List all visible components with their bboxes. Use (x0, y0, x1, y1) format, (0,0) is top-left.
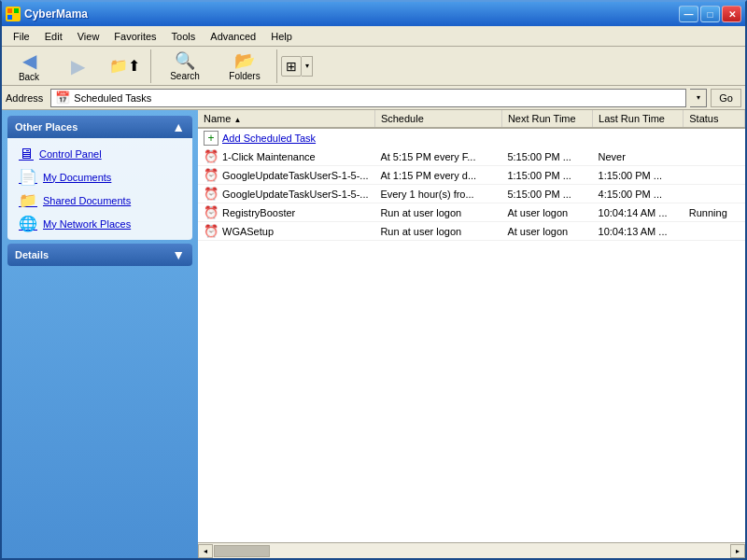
address-dropdown[interactable]: ▾ (690, 89, 707, 107)
hscroll-left-arrow[interactable]: ◂ (198, 544, 213, 558)
go-button[interactable]: Go (711, 89, 741, 107)
my-documents-icon: 📄 (19, 168, 37, 186)
address-folder-icon: 📅 (55, 91, 70, 105)
filelist-table: Name ▲ Schedule Next Run Time Last Run T… (198, 110, 745, 241)
col-header-name[interactable]: Name ▲ (198, 110, 374, 128)
content-area: Other Places ▲ 🖥 Control Panel 📄 My Docu… (2, 110, 745, 558)
hscroll-thumb[interactable] (214, 545, 270, 557)
row-status-2 (684, 185, 745, 203)
row-schedule-1: At 1:15 PM every d... (374, 166, 501, 185)
address-input-wrap: 📅 Scheduled Tasks (50, 89, 686, 107)
menubar: File Edit View Favorites Tools Advanced … (2, 26, 745, 47)
row-last-4: 10:04:13 AM ... (593, 222, 684, 241)
col-header-last[interactable]: Last Run Time (593, 110, 684, 128)
row-schedule-4: Run at user logon (374, 222, 501, 241)
window-icon (6, 7, 21, 21)
row-next-1: 1:15:00 PM ... (501, 166, 592, 185)
control-panel-icon: 🖥 (19, 146, 34, 162)
row-schedule-2: Every 1 hour(s) fro... (374, 185, 501, 203)
sidebar: Other Places ▲ 🖥 Control Panel 📄 My Docu… (2, 110, 198, 558)
svg-rect-3 (14, 15, 19, 20)
filelist-scroll[interactable]: Name ▲ Schedule Next Run Time Last Run T… (198, 110, 745, 542)
menu-file[interactable]: File (6, 29, 37, 44)
menu-advanced[interactable]: Advanced (203, 29, 263, 44)
menu-tools[interactable]: Tools (164, 29, 204, 44)
shared-documents-icon: 📁 (19, 191, 37, 209)
row-name-4: ⏰ WGASetup (198, 222, 374, 241)
other-places-section: Other Places ▲ 🖥 Control Panel 📄 My Docu… (7, 116, 192, 240)
up-button[interactable]: 📁⬆ (103, 54, 147, 77)
row-name-2: ⏰ GoogleUpdateTaskUserS-1-5-... (198, 185, 374, 203)
toolbar-separator-2 (276, 49, 277, 83)
hscroll-right-arrow[interactable]: ▸ (730, 544, 745, 558)
task-icon-2: ⏰ (204, 187, 218, 201)
row-schedule-0: At 5:15 PM every F... (374, 147, 501, 166)
row-last-3: 10:04:14 AM ... (593, 203, 684, 222)
row-status-4 (684, 222, 745, 241)
close-button[interactable]: ✕ (722, 6, 741, 22)
folders-button[interactable]: 📂 Folders (217, 48, 273, 84)
toolbar: ◀ Back ▶ 📁⬆ 🔍 Search 📂 Folders ⊞ ▾ (2, 47, 745, 86)
horizontal-scrollbar: ◂ ▸ (198, 542, 745, 558)
add-scheduled-task-row[interactable]: + Add Scheduled Task (198, 128, 745, 147)
maximize-button[interactable]: □ (700, 6, 720, 22)
address-label: Address (6, 92, 47, 104)
task-icon-1: ⏰ (204, 168, 218, 182)
sidebar-item-my-documents[interactable]: 📄 My Documents (15, 166, 185, 188)
sidebar-item-shared-documents[interactable]: 📁 Shared Documents (15, 189, 185, 211)
toolbar-separator-1 (150, 49, 151, 83)
add-task-cell: + Add Scheduled Task (198, 128, 374, 147)
col-header-status[interactable]: Status (684, 110, 745, 128)
row-status-3: Running (684, 203, 745, 222)
table-row[interactable]: ⏰ GoogleUpdateTaskUserS-1-5-... Every 1 … (198, 185, 745, 203)
row-status-0 (684, 147, 745, 166)
row-name-0: ⏰ 1-Click Maintenance (198, 147, 374, 166)
col-header-schedule[interactable]: Schedule (374, 110, 501, 128)
minimize-button[interactable]: — (679, 6, 698, 22)
filelist-header: Name ▲ Schedule Next Run Time Last Run T… (198, 110, 745, 128)
filelist-area: Name ▲ Schedule Next Run Time Last Run T… (198, 110, 745, 558)
table-row[interactable]: ⏰ WGASetup Run at user logon At user log… (198, 222, 745, 241)
menu-favorites[interactable]: Favorites (106, 29, 163, 44)
view-button[interactable]: ⊞ (281, 56, 302, 77)
titlebar: CyberMama — □ ✕ (2, 2, 745, 26)
filelist-body: + Add Scheduled Task (198, 128, 745, 241)
addressbar: Address 📅 Scheduled Tasks ▾ Go (2, 86, 745, 110)
task-icon-0: ⏰ (204, 149, 218, 163)
row-last-0: Never (593, 147, 684, 166)
forward-button[interactable]: ▶ (54, 52, 101, 80)
table-row[interactable]: ⏰ GoogleUpdateTaskUserS-1-5-... At 1:15 … (198, 166, 745, 185)
hscroll-track (213, 544, 730, 558)
col-header-next[interactable]: Next Run Time (501, 110, 592, 128)
back-icon: ◀ (22, 49, 36, 72)
svg-rect-2 (7, 15, 12, 20)
table-row[interactable]: ⏰ 1-Click Maintenance At 5:15 PM every F… (198, 147, 745, 166)
row-next-3: At user logon (501, 203, 592, 222)
row-name-1: ⏰ GoogleUpdateTaskUserS-1-5-... (198, 166, 374, 185)
menu-edit[interactable]: Edit (37, 29, 70, 44)
row-name-3: ⏰ RegistryBooster (198, 203, 374, 222)
search-icon: 🔍 (175, 50, 195, 71)
other-places-header[interactable]: Other Places ▲ (7, 116, 192, 138)
window-title: CyberMama (24, 7, 88, 21)
menu-help[interactable]: Help (263, 29, 300, 44)
address-text[interactable]: Scheduled Tasks (74, 92, 682, 104)
details-toggle: ▼ (172, 247, 185, 262)
row-schedule-3: Run at user logon (374, 203, 501, 222)
svg-rect-1 (14, 8, 19, 13)
details-header[interactable]: Details ▼ (7, 244, 192, 266)
sidebar-item-control-panel[interactable]: 🖥 Control Panel (15, 144, 185, 164)
titlebar-left: CyberMama (6, 7, 88, 21)
details-section: Details ▼ (7, 244, 192, 266)
table-row[interactable]: ⏰ RegistryBooster Run at user logon At u… (198, 203, 745, 222)
back-button[interactable]: ◀ Back (6, 47, 52, 85)
menu-view[interactable]: View (70, 29, 107, 44)
add-task-icon: + (204, 131, 218, 146)
view-button-group: ⊞ ▾ (281, 56, 313, 77)
view-dropdown[interactable]: ▾ (302, 56, 313, 77)
row-next-4: At user logon (501, 222, 592, 241)
search-button[interactable]: 🔍 Search (155, 48, 215, 84)
sidebar-item-network-places[interactable]: 🌐 My Network Places (15, 213, 185, 234)
row-status-1 (684, 166, 745, 185)
row-last-1: 1:15:00 PM ... (593, 166, 684, 185)
